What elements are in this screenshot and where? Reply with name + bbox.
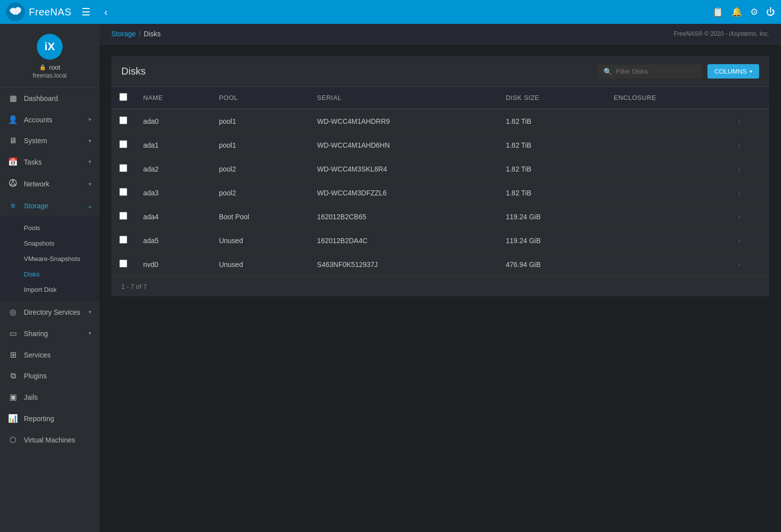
row-enclosure (606, 133, 730, 157)
sidebar-item-tasks[interactable]: 📅 Tasks ▾ (0, 151, 99, 173)
row-checkbox-3[interactable] (119, 188, 127, 196)
row-pool: pool1 (211, 109, 309, 133)
sidebar-item-jails[interactable]: ▣ Jails (0, 386, 99, 408)
sidebar-item-label: Network (24, 180, 49, 188)
breadcrumb-bar: Storage / Disks FreeNAS® © 2020 - iXsyst… (99, 24, 781, 44)
row-checkbox-cell (111, 109, 135, 133)
storage-icon: ≡ (8, 201, 18, 210)
svg-line-5 (13, 181, 15, 185)
chevron-down-icon: ▾ (750, 69, 752, 74)
row-expand-icon[interactable]: › (738, 117, 741, 125)
row-enclosure (606, 157, 730, 181)
topbar-icons: 📋 🔔 ⚙ ⏻ (712, 6, 775, 17)
row-expand-icon[interactable]: › (738, 141, 741, 149)
subnav-disks[interactable]: Disks (0, 266, 99, 282)
row-enclosure (606, 109, 730, 133)
notes-icon[interactable]: 📋 (712, 6, 723, 17)
row-action[interactable]: › (730, 133, 769, 157)
chevron-down-icon: ▾ (88, 181, 91, 187)
subnav-import-disk[interactable]: Import Disk (0, 282, 99, 297)
columns-button[interactable]: COLUMNS ▾ (707, 64, 759, 79)
subnav-snapshots[interactable]: Snapshots (0, 236, 99, 251)
logo-text: FreeNAS (29, 6, 72, 18)
sidebar-item-reporting[interactable]: 📊 Reporting (0, 408, 99, 429)
row-enclosure (606, 229, 730, 253)
row-pool: pool2 (211, 157, 309, 181)
sidebar-item-label: Sharing (24, 330, 48, 338)
row-disk-size: 1.82 TiB (498, 181, 606, 205)
row-checkbox-4[interactable] (119, 212, 127, 220)
row-serial: WD-WCC4M3SKL8R4 (309, 157, 498, 181)
sidebar-item-label: Virtual Machines (24, 436, 75, 444)
bell-icon[interactable]: 🔔 (731, 6, 742, 17)
row-serial: WD-WCC4M1AHD6HN (309, 133, 498, 157)
accounts-icon: 👤 (8, 115, 18, 124)
breadcrumb-current: Disks (144, 30, 161, 38)
row-checkbox-6[interactable] (119, 260, 127, 267)
sidebar-item-label: Dashboard (24, 94, 58, 102)
username-label: root (49, 64, 60, 71)
row-checkbox-5[interactable] (119, 236, 127, 244)
services-icon: ⊞ (8, 350, 18, 359)
sidebar: iX 🔒 root freenas.local ▦ Dashboard 👤 Ac… (0, 24, 99, 532)
lock-icon: 🔒 (39, 64, 46, 71)
row-action[interactable]: › (730, 229, 769, 253)
chevron-down-icon: ▾ (88, 309, 91, 315)
row-checkbox-cell (111, 157, 135, 181)
row-serial: WD-WCC4M1AHDRR9 (309, 109, 498, 133)
layout: iX 🔒 root freenas.local ▦ Dashboard 👤 Ac… (0, 24, 781, 532)
row-checkbox-0[interactable] (119, 116, 127, 124)
sidebar-item-network[interactable]: Network ▾ (0, 173, 99, 195)
row-action[interactable]: › (730, 205, 769, 229)
back-button[interactable]: ‹ (100, 4, 112, 20)
row-expand-icon[interactable]: › (738, 165, 741, 173)
row-expand-icon[interactable]: › (738, 189, 741, 197)
sidebar-item-system[interactable]: 🖥 System ▾ (0, 130, 99, 151)
row-expand-icon[interactable]: › (738, 237, 741, 245)
sidebar-item-dashboard[interactable]: ▦ Dashboard (0, 88, 99, 109)
logo-image (6, 2, 25, 21)
gear-icon[interactable]: ⚙ (750, 6, 758, 17)
row-pool: pool1 (211, 133, 309, 157)
sidebar-item-virtual-machines[interactable]: ⬡ Virtual Machines (0, 429, 99, 450)
row-enclosure (606, 181, 730, 205)
power-icon[interactable]: ⏻ (766, 7, 775, 17)
table-row: ada2 pool2 WD-WCC4M3SKL8R4 1.82 TiB › (111, 157, 769, 181)
sidebar-item-directory-services[interactable]: ◎ Directory Services ▾ (0, 301, 99, 323)
storage-subnav: Pools Snapshots VMware-Snapshots Disks I… (0, 216, 99, 301)
row-action[interactable]: › (730, 181, 769, 205)
row-enclosure (606, 253, 730, 276)
subnav-vmware-snapshots[interactable]: VMware-Snapshots (0, 251, 99, 266)
main-content: Storage / Disks FreeNAS® © 2020 - iXsyst… (99, 24, 781, 532)
table-body: ada0 pool1 WD-WCC4M1AHDRR9 1.82 TiB › ad… (111, 109, 769, 276)
row-disk-size: 476.94 GiB (498, 253, 606, 276)
breadcrumb-parent[interactable]: Storage (111, 30, 136, 38)
select-all-checkbox[interactable] (119, 93, 127, 101)
column-action (730, 87, 769, 109)
row-action[interactable]: › (730, 109, 769, 133)
disks-panel: Disks 🔍 COLUMNS ▾ (111, 56, 769, 296)
sidebar-item-plugins[interactable]: ⧉ Plugins (0, 365, 99, 386)
sidebar-item-label: System (24, 137, 47, 145)
row-disk-size: 1.82 TiB (498, 133, 606, 157)
sidebar-item-services[interactable]: ⊞ Services (0, 344, 99, 365)
subnav-pools[interactable]: Pools (0, 220, 99, 236)
row-checkbox-2[interactable] (119, 164, 127, 172)
row-expand-icon[interactable]: › (738, 213, 741, 221)
row-name: ada4 (135, 205, 211, 229)
topbar: FreeNAS ☰ ‹ 📋 🔔 ⚙ ⏻ (0, 0, 781, 24)
row-checkbox-1[interactable] (119, 140, 127, 148)
row-name: ada3 (135, 181, 211, 205)
row-disk-size: 119.24 GiB (498, 205, 606, 229)
directory-services-icon: ◎ (8, 307, 18, 317)
table-row: ada4 Boot Pool 162012B2CB65 119.24 GiB › (111, 205, 769, 229)
sidebar-item-accounts[interactable]: 👤 Accounts ▾ (0, 109, 99, 130)
search-input[interactable] (616, 68, 695, 75)
hamburger-button[interactable]: ☰ (78, 4, 94, 20)
sidebar-item-storage[interactable]: ≡ Storage ▴ (0, 195, 99, 216)
sidebar-item-sharing[interactable]: ▭ Sharing ▾ (0, 323, 99, 344)
row-action[interactable]: › (730, 253, 769, 276)
sidebar-item-label: Accounts (24, 116, 53, 124)
row-action[interactable]: › (730, 157, 769, 181)
row-expand-icon[interactable]: › (738, 261, 741, 268)
